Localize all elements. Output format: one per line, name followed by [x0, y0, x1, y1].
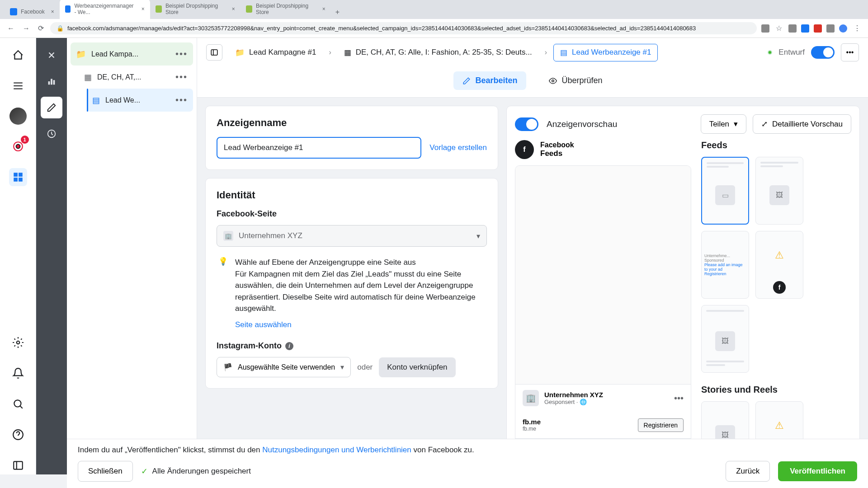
- folder-icon: 📁: [76, 49, 86, 59]
- close-button[interactable]: Schließen: [78, 461, 133, 482]
- more-button[interactable]: •••: [841, 43, 859, 61]
- card-title: Identität: [217, 189, 487, 201]
- svg-rect-10: [48, 81, 50, 84]
- select-page-link[interactable]: Seite auswählen: [235, 320, 292, 329]
- breadcrumb-campaign[interactable]: 📁Lead Kampagne #1: [229, 44, 322, 61]
- forward-icon[interactable]: →: [21, 23, 32, 34]
- terms-notice: Indem du auf „Veröffentlichen" klickst, …: [78, 446, 857, 455]
- fb-page-label: Facebook-Seite: [217, 209, 487, 219]
- format-thumb[interactable]: ▭: [701, 157, 749, 225]
- browser-tab[interactable]: Werbeanzeigenmanager - We...×: [60, 0, 150, 19]
- warning-icon: ⚠: [775, 420, 784, 432]
- preview-toggle[interactable]: [515, 117, 538, 131]
- settings-icon[interactable]: [9, 333, 27, 352]
- create-template-link[interactable]: Vorlage erstellen: [429, 143, 487, 152]
- tab-review[interactable]: Überprüfen: [540, 71, 611, 90]
- extension-icon[interactable]: [761, 24, 769, 33]
- publish-button[interactable]: Veröffentlichen: [778, 461, 857, 481]
- browser-tab[interactable]: Facebook×: [5, 5, 60, 19]
- detailed-preview-button[interactable]: ⤢Detaillierte Vorschau: [753, 114, 851, 134]
- facebook-badge-icon: f: [773, 281, 786, 294]
- tree-ad[interactable]: ▤ Lead We... •••: [87, 89, 193, 112]
- back-icon[interactable]: ←: [5, 23, 16, 34]
- feed-link-title: fb.me: [523, 418, 541, 426]
- format-thumb[interactable]: Unternehme...SponsoredPlease add an imag…: [701, 231, 749, 299]
- url-input[interactable]: 🔒facebook.com/adsmanager/manage/ads/edit…: [50, 22, 757, 34]
- status-text: Entwurf: [778, 48, 805, 57]
- chevron-down-icon: ▾: [340, 363, 344, 371]
- close-editor-button[interactable]: [41, 44, 62, 66]
- address-bar: ← → ⟳ 🔒facebook.com/adsmanager/manage/ad…: [0, 19, 868, 38]
- history-icon[interactable]: [41, 123, 62, 145]
- ad-name-input[interactable]: [217, 137, 421, 159]
- reload-icon[interactable]: ⟳: [36, 22, 46, 34]
- new-tab-button[interactable]: +: [331, 5, 344, 19]
- facebook-icon: f: [515, 140, 534, 159]
- more-icon[interactable]: •••: [175, 49, 188, 59]
- menu-icon[interactable]: ⋮: [852, 22, 863, 34]
- tab-edit[interactable]: Bearbeiten: [453, 71, 526, 90]
- chevron-down-icon: ▾: [476, 232, 480, 240]
- share-button[interactable]: Teilen▾: [701, 114, 746, 134]
- ads-manager-icon[interactable]: [9, 168, 27, 186]
- svg-point-7: [14, 400, 21, 407]
- campaign-tree: 📁 Lead Kampa... ••• ▦ DE, CH, AT,... •••…: [67, 38, 197, 474]
- tab-strip: Facebook× Werbeanzeigenmanager - We...× …: [0, 0, 868, 19]
- ig-account-select[interactable]: 🏴 Ausgewählte Seite verwenden ▾: [217, 357, 351, 377]
- audiences-icon[interactable]: 1: [9, 137, 27, 155]
- panel-toggle-icon[interactable]: [206, 44, 222, 61]
- format-thumb[interactable]: ⚠f: [755, 231, 803, 299]
- svg-rect-9: [14, 461, 23, 469]
- extension-icons: ☆ ⋮: [761, 22, 863, 34]
- ad-name-card: Anzeigenname Vorlage erstellen: [205, 106, 498, 170]
- close-icon[interactable]: ×: [142, 6, 145, 12]
- edit-icon[interactable]: [41, 97, 62, 118]
- info-icon[interactable]: i: [285, 342, 293, 350]
- chevron-right-icon: ›: [329, 48, 331, 56]
- extension-icon[interactable]: [788, 24, 797, 33]
- more-icon[interactable]: •••: [175, 95, 188, 105]
- tree-label: DE, CH, AT,...: [97, 73, 170, 81]
- chevron-right-icon: ›: [545, 48, 547, 56]
- feed-image-placeholder: [515, 166, 691, 384]
- ad-active-toggle[interactable]: [811, 46, 835, 59]
- more-icon[interactable]: •••: [674, 393, 684, 404]
- close-icon[interactable]: ×: [51, 9, 54, 15]
- home-icon[interactable]: [9, 46, 27, 64]
- tab-title: Beispiel Dropshipping Store: [256, 3, 316, 15]
- fb-page-select[interactable]: 🏢 Unternehmen XYZ ▾: [217, 225, 487, 247]
- tab-title: Facebook: [21, 9, 45, 15]
- tree-adset[interactable]: ▦ DE, CH, AT,... •••: [79, 66, 193, 89]
- extension-icon[interactable]: [814, 24, 822, 33]
- close-icon[interactable]: ×: [232, 6, 235, 12]
- feed-preview: f Facebook Feeds 🏢: [515, 140, 691, 458]
- terms-link[interactable]: Nutzungsbedingungen und Werberichtlinien: [262, 446, 411, 454]
- star-icon[interactable]: ☆: [774, 22, 784, 34]
- tree-campaign[interactable]: 📁 Lead Kampa... •••: [71, 42, 193, 66]
- menu-icon[interactable]: [9, 77, 27, 95]
- back-button[interactable]: Zurück: [726, 461, 770, 482]
- notifications-icon[interactable]: [9, 364, 27, 382]
- link-account-button[interactable]: Konto verknüpfen: [379, 357, 455, 377]
- format-thumb[interactable]: 🖼: [701, 305, 749, 373]
- search-icon[interactable]: [9, 395, 27, 413]
- tab-title: Beispiel Dropshipping Store: [165, 3, 226, 15]
- svg-rect-14: [211, 50, 217, 55]
- chart-icon[interactable]: [41, 70, 62, 92]
- format-thumb[interactable]: 🖼: [755, 157, 803, 225]
- cta-button[interactable]: Registrieren: [638, 418, 684, 432]
- extension-icon[interactable]: [826, 24, 835, 33]
- page-icon: 🏢: [223, 231, 233, 241]
- collapse-icon[interactable]: [9, 456, 27, 474]
- breadcrumb-ad[interactable]: ▤Lead Werbeanzeige #1: [553, 44, 658, 61]
- close-icon[interactable]: ×: [322, 6, 326, 12]
- extension-icon[interactable]: [801, 24, 809, 33]
- more-icon[interactable]: •••: [175, 72, 188, 82]
- section-title: Stories und Reels: [701, 385, 851, 395]
- browser-tab[interactable]: Beispiel Dropshipping Store×: [150, 0, 241, 19]
- profile-avatar-icon[interactable]: [839, 24, 847, 33]
- help-icon[interactable]: [9, 426, 27, 444]
- browser-tab[interactable]: Beispiel Dropshipping Store×: [241, 0, 331, 19]
- account-avatar[interactable]: [9, 108, 27, 125]
- breadcrumb-adset[interactable]: ▦DE, CH, AT, G: Alle, I: Fashion, A: 25-…: [338, 44, 538, 61]
